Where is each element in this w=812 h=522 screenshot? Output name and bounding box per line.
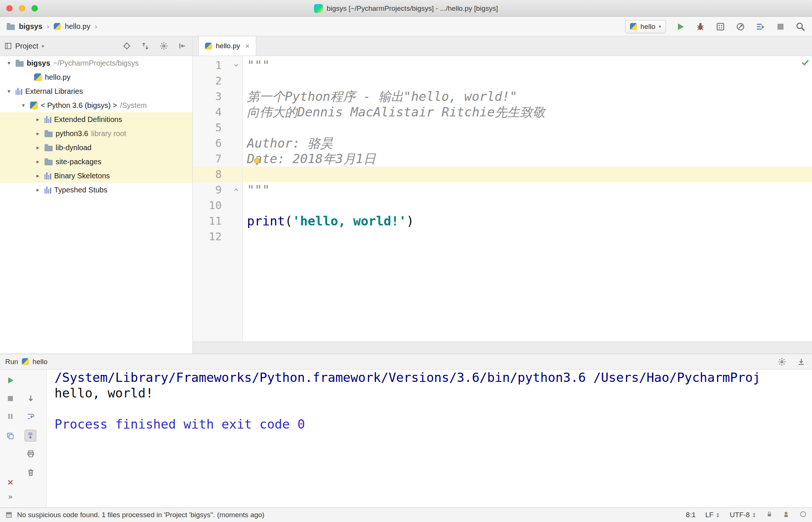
locate-file-button[interactable] — [121, 40, 132, 52]
console-output[interactable]: /System/Library/Frameworks/Python.framew… — [47, 370, 812, 508]
pycharm-icon — [314, 4, 323, 13]
write-access-lock-icon[interactable] — [766, 511, 773, 519]
project-header-actions — [121, 40, 188, 52]
line-number[interactable]: 7 — [193, 151, 242, 166]
library-icon — [44, 116, 51, 123]
tree-item-external-libraries[interactable]: ▾External Libraries — [0, 84, 192, 98]
line-number[interactable]: 10 — [193, 198, 242, 213]
event-log-icon[interactable] — [799, 511, 807, 520]
concurrency-diagram-button[interactable] — [755, 21, 766, 32]
close-console-button[interactable] — [5, 477, 16, 488]
console-toolbar: » — [0, 370, 47, 508]
fold-region-start-icon[interactable] — [233, 62, 240, 69]
chevron-right-icon[interactable]: ▸ — [34, 158, 42, 165]
tree-item-hello-py[interactable]: hello.py — [0, 70, 192, 84]
chevron-right-icon[interactable]: ▸ — [34, 130, 42, 137]
editor-code: """ 第一个Python程序 - 输出"hello, world!"向伟大的D… — [243, 56, 812, 341]
breadcrumb-project[interactable]: bigsys — [19, 22, 42, 31]
pause-output-button[interactable] — [5, 411, 16, 422]
code-line[interactable]: """ — [243, 182, 812, 198]
code-line[interactable] — [243, 198, 812, 213]
code-segment — [247, 229, 254, 244]
line-number[interactable]: 3 — [193, 89, 242, 104]
stop-console-button[interactable] — [5, 393, 16, 404]
stop-button[interactable] — [775, 21, 786, 32]
hide-run-panel-button[interactable] — [796, 356, 807, 367]
code-line[interactable]: """ — [243, 57, 812, 73]
chevron-down-icon: ▾ — [658, 24, 661, 29]
line-number[interactable]: 2 — [193, 73, 242, 89]
tree-item-binary-skeletons[interactable]: ▸Binary Skeletons — [0, 169, 192, 183]
soft-wrap-button[interactable] — [25, 411, 36, 422]
profiler-button[interactable] — [735, 21, 746, 32]
toolwindow-access-icon[interactable] — [5, 511, 13, 519]
print-button[interactable] — [25, 448, 36, 459]
run-settings-gear-button[interactable] — [776, 356, 788, 367]
code-line[interactable] — [243, 166, 812, 182]
run-button[interactable] — [675, 21, 686, 32]
encoding-widget[interactable]: UTF-8 ↕ — [730, 511, 756, 519]
chevron-down-icon[interactable]: ▾ — [5, 60, 13, 66]
scroll-to-end-button[interactable] — [24, 430, 36, 442]
rerun-button[interactable] — [5, 375, 16, 386]
chevron-down-icon[interactable]: ▾ — [5, 88, 13, 95]
project-panel-header[interactable]: Project ▾ — [0, 36, 193, 56]
code-line[interactable]: 第一个Python程序 - 输出"hello, world!" — [243, 89, 812, 104]
settings-gear-button[interactable] — [158, 40, 169, 52]
more-actions-chevron[interactable]: » — [5, 491, 16, 502]
line-number[interactable]: 5 — [193, 120, 242, 135]
tree-item-label: Typeshed Stubs — [54, 186, 107, 194]
line-number[interactable]: 11 — [193, 213, 242, 229]
restore-layout-button[interactable] — [5, 430, 16, 442]
tab-hello-py[interactable]: hello.py × — [198, 36, 256, 56]
line-number[interactable]: 12 — [193, 229, 242, 244]
search-everywhere-button[interactable] — [795, 21, 806, 32]
chevron-right-icon[interactable]: ▸ — [34, 186, 42, 193]
breadcrumb-file[interactable]: hello.py — [65, 22, 90, 31]
fold-region-end-icon[interactable] — [233, 186, 240, 193]
intention-bulb-icon[interactable] — [252, 157, 262, 166]
tree-item-lib-dynload[interactable]: ▸lib-dynload — [0, 141, 192, 155]
step-down-button[interactable] — [25, 393, 36, 404]
tree-item-label: lib-dynload — [56, 143, 92, 152]
tree-item-typeshed-stubs[interactable]: ▸Typeshed Stubs — [0, 183, 192, 197]
hide-panel-button[interactable] — [177, 40, 188, 52]
editor[interactable]: 123456789101112 """ 第一个Python程序 - 输出"hel… — [193, 56, 812, 341]
line-separator-widget[interactable]: LF ↕ — [705, 511, 720, 519]
code-line[interactable]: 向伟大的Dennis MacAlistair Ritchie先生致敬 — [243, 104, 812, 120]
tree-item-python-3-6-bigsys[interactable]: ▾< Python 3.6 (bigsys) >/System — [0, 98, 192, 112]
code-line[interactable]: Author: 骆昊 — [243, 135, 812, 151]
inspections-ok-check-icon[interactable] — [801, 57, 810, 67]
chevron-right-icon[interactable]: ▸ — [34, 172, 42, 179]
tree-item-bigsys[interactable]: ▾bigsys~/PycharmProjects/bigsys — [0, 56, 192, 70]
code-line[interactable] — [243, 229, 812, 244]
debug-button[interactable] — [695, 21, 706, 32]
tree-item-label: bigsys — [27, 59, 50, 67]
caret-position-widget[interactable]: 8:1 — [686, 511, 696, 519]
run-panel-header[interactable]: Run hello — [0, 354, 812, 370]
hector-inspections-icon[interactable] — [782, 511, 790, 520]
code-line[interactable] — [243, 120, 812, 135]
chevron-right-icon[interactable]: ▸ — [34, 116, 42, 123]
coverage-button[interactable] — [715, 21, 726, 32]
chevron-right-icon[interactable]: ▸ — [34, 144, 42, 151]
tree-item-label: < Python 3.6 (bigsys) > — [41, 101, 117, 110]
tree-item-extended-definitions[interactable]: ▸Extended Definitions — [0, 112, 192, 126]
close-tab-icon[interactable]: × — [245, 42, 250, 50]
line-number[interactable]: 6 — [193, 135, 242, 151]
chevron-down-icon[interactable]: ▾ — [42, 43, 44, 49]
run-config-selector[interactable]: hello ▾ — [625, 20, 666, 33]
line-number[interactable]: 4 — [193, 104, 242, 120]
updown-arrows-icon: ↕ — [716, 512, 720, 519]
code-segment: Author: 骆昊 — [247, 136, 333, 151]
console-line: Process finished with exit code 0 — [55, 416, 812, 432]
code-line[interactable] — [243, 73, 812, 89]
chevron-down-icon[interactable]: ▾ — [20, 102, 27, 109]
line-number[interactable]: 8 — [193, 166, 242, 182]
code-line[interactable]: print('hello, world!') — [243, 213, 812, 229]
expand-collapse-button[interactable] — [140, 40, 151, 52]
clear-all-button[interactable] — [25, 467, 36, 478]
code-line[interactable]: Date: 2018年3月1日 — [243, 151, 812, 166]
tree-item-site-packages[interactable]: ▸site-packages — [0, 155, 192, 169]
tree-item-python3-6[interactable]: ▸python3.6library root — [0, 126, 192, 141]
